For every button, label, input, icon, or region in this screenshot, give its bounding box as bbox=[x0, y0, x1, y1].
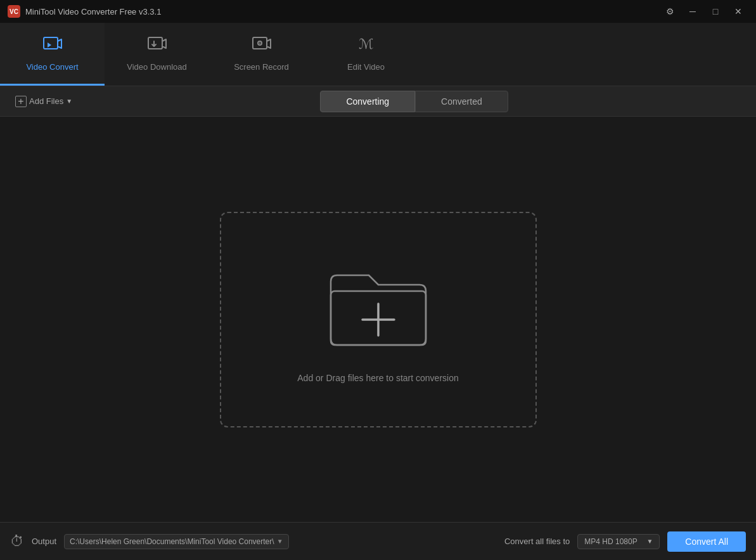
convert-all-button[interactable]: Convert All bbox=[667, 531, 746, 552]
svg-rect-1 bbox=[148, 37, 162, 49]
add-files-icon: + bbox=[15, 96, 27, 107]
tab-converting[interactable]: Converting bbox=[320, 91, 415, 112]
title-bar: VC MiniTool Video Converter Free v3.3.1 … bbox=[0, 0, 756, 23]
app-title: MiniTool Video Converter Free v3.3.1 bbox=[25, 7, 161, 16]
folder-icon bbox=[318, 256, 439, 360]
title-bar-left: VC MiniTool Video Converter Free v3.3.1 bbox=[8, 5, 161, 18]
output-path-display[interactable]: C:\Users\Helen Green\Documents\MiniTool … bbox=[64, 534, 289, 549]
app-logo: VC bbox=[8, 5, 20, 18]
clock-icon[interactable]: ⏱ bbox=[10, 533, 24, 550]
nav-tab-edit-video[interactable]: ℳ Edit Video bbox=[314, 23, 418, 86]
svg-text:ℳ: ℳ bbox=[359, 36, 374, 52]
output-path-dropdown[interactable]: ▼ bbox=[277, 538, 283, 545]
add-files-dropdown-icon[interactable]: ▼ bbox=[66, 98, 72, 105]
maximize-button[interactable]: □ bbox=[705, 4, 726, 19]
main-content: Add or Drag files here to start conversi… bbox=[0, 117, 756, 522]
drop-zone[interactable]: Add or Drag files here to start conversi… bbox=[220, 212, 537, 427]
nav-tab-screen-record[interactable]: Screen Record bbox=[209, 23, 314, 86]
nav-tab-screen-record-label: Screen Record bbox=[234, 62, 289, 72]
output-path-text: C:\Users\Helen Green\Documents\MiniTool … bbox=[70, 537, 274, 546]
format-select[interactable]: MP4 HD 1080P ▼ bbox=[577, 534, 660, 549]
nav-tab-edit-video-label: Edit Video bbox=[347, 62, 385, 72]
video-download-icon bbox=[147, 35, 167, 57]
svg-rect-0 bbox=[44, 37, 58, 49]
footer: ⏱ Output C:\Users\Helen Green\Documents\… bbox=[0, 522, 756, 560]
nav-tab-video-download-label: Video Download bbox=[127, 62, 186, 72]
content-tab-group: Converting Converted bbox=[320, 91, 508, 112]
format-select-text: MP4 HD 1080P bbox=[584, 537, 643, 546]
svg-point-4 bbox=[259, 42, 260, 44]
nav-tab-video-convert[interactable]: Video Convert bbox=[0, 23, 105, 86]
video-convert-icon bbox=[42, 35, 63, 57]
output-label: Output bbox=[32, 537, 56, 546]
screen-record-icon bbox=[252, 35, 272, 57]
nav-bar: Video Convert Video Download Screen Reco… bbox=[0, 23, 756, 86]
tab-converted[interactable]: Converted bbox=[415, 91, 508, 112]
drop-zone-hint: Add or Drag files here to start conversi… bbox=[297, 373, 458, 383]
add-files-label: Add Files bbox=[29, 96, 63, 106]
nav-tab-video-convert-label: Video Convert bbox=[26, 62, 78, 72]
settings-button[interactable]: ⚙ bbox=[660, 4, 680, 19]
toolbar: + Add Files ▼ Converting Converted bbox=[0, 86, 756, 117]
nav-tab-video-download[interactable]: Video Download bbox=[105, 23, 209, 86]
format-dropdown-icon: ▼ bbox=[646, 538, 653, 545]
minimize-button[interactable]: ─ bbox=[682, 4, 703, 19]
close-button[interactable]: ✕ bbox=[728, 4, 748, 19]
add-files-button[interactable]: + Add Files ▼ bbox=[10, 93, 77, 110]
title-bar-controls: ⚙ ─ □ ✕ bbox=[660, 4, 748, 19]
convert-all-files-label: Convert all files to bbox=[504, 537, 570, 546]
edit-video-icon: ℳ bbox=[356, 35, 376, 57]
